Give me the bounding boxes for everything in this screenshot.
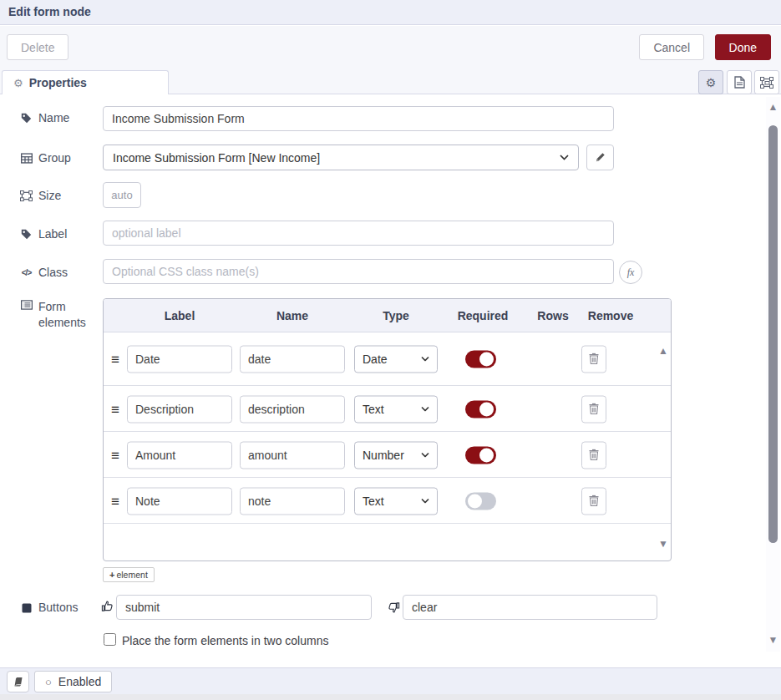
group-select[interactable]: Income Submission Form [New Income] [103,145,579,170]
element-name-input[interactable] [240,345,345,373]
required-toggle[interactable] [465,350,496,368]
required-toggle[interactable] [465,400,496,418]
drag-handle-icon[interactable]: ≡ [111,448,119,462]
column-header-required: Required [453,299,513,332]
column-header-rows: Rows [528,299,578,332]
two-columns-label[interactable]: Place the form elements in two columns [122,634,328,647]
chevron-down-icon [421,357,429,362]
table-scroll-up-icon[interactable]: ▲ [658,346,668,356]
main-scrollbar[interactable]: ▲ ▼ [766,97,780,652]
clear-button-label-input[interactable] [403,595,657,620]
column-header-type: Type [354,299,438,332]
buttons-field-label: Buttons [20,601,78,614]
size-field-label: Size [20,189,61,202]
element-label-input[interactable] [127,441,232,469]
class-field-label: </> Class [20,266,68,279]
delete-element-button[interactable] [581,345,606,373]
group-field-label: Group [20,151,71,165]
label-input[interactable] [103,221,614,246]
delete-button[interactable]: Delete [7,34,68,60]
chevron-down-icon [421,407,429,412]
thumbs-down-icon [388,601,401,615]
appearance-icon [760,77,773,89]
drag-handle-icon[interactable]: ≡ [111,402,119,416]
submit-button-label-input[interactable] [116,595,372,620]
add-element-button[interactable]: + element [103,567,155,582]
column-header-name: Name [240,299,345,332]
tab-properties-label: Properties [29,76,87,89]
two-columns-checkbox[interactable] [104,633,116,646]
square-icon [20,603,33,613]
drag-handle-icon[interactable]: ≡ [111,352,119,366]
form-elements-field-label: Form elements [20,299,92,331]
scroll-up-icon[interactable]: ▲ [766,102,780,112]
cancel-button[interactable]: Cancel [639,34,704,60]
element-name-input[interactable] [240,395,345,423]
gear-icon: ⚙ [706,76,717,89]
form-element-row: ≡ Text [104,387,671,432]
class-input[interactable] [103,259,614,284]
document-icon [734,76,745,89]
name-field-label: Name [20,111,69,124]
scrollbar-thumb[interactable] [768,125,778,543]
edit-form-node-dialog: Edit form node Delete Cancel Done ⚙ Prop… [0,0,781,700]
gear-icon: ⚙ [13,77,23,89]
label-field-label: Label [20,227,67,241]
trash-icon [589,353,599,365]
element-type-select[interactable]: Text [354,395,438,423]
list-alt-icon [20,300,33,310]
form-elements-table-body: ≡ Date ≡ Text [104,332,671,561]
column-header-remove: Remove [585,299,636,332]
table-icon [20,153,33,164]
column-header-label: Label [127,299,232,332]
name-input[interactable] [103,106,614,131]
book-icon [13,677,24,687]
dialog-toolbar: Delete Cancel Done [0,26,781,68]
element-label-input[interactable] [127,487,232,515]
element-type-select[interactable]: Text [354,487,438,515]
required-toggle[interactable] [465,492,496,510]
delete-element-button[interactable] [581,487,606,515]
delete-element-button[interactable] [581,395,606,423]
chevron-down-icon [421,453,429,458]
node-enabled-button[interactable]: ○ Enabled [34,671,112,692]
class-expression-button[interactable]: fx [619,261,642,284]
element-label-input[interactable] [127,395,232,423]
code-icon: </> [20,268,33,277]
required-toggle[interactable] [465,446,496,464]
element-name-input[interactable] [240,441,345,469]
appearance-tab-button[interactable] [754,70,779,94]
trash-icon [589,495,599,507]
element-label-input[interactable] [127,345,232,373]
node-help-button[interactable] [7,671,29,692]
description-tab-button[interactable] [727,70,752,94]
thumbs-up-icon [101,600,114,613]
tab-properties[interactable]: ⚙ Properties [2,70,169,94]
plus-icon: + [109,570,114,580]
properties-tab-button[interactable]: ⚙ [698,70,723,94]
dialog-footer: ○ Enabled [0,667,781,694]
delete-element-button[interactable] [581,441,606,469]
size-auto-button[interactable]: auto [103,182,141,208]
dialog-title: Edit form node [0,0,781,25]
scroll-down-icon[interactable]: ▼ [766,635,780,645]
form-elements-table-header: Label Name Type Required Rows Remove [104,299,671,332]
form-elements-table: Label Name Type Required Rows Remove ≡ D… [103,298,672,561]
done-button[interactable]: Done [715,34,771,60]
tag-icon [20,229,33,240]
element-name-input[interactable] [240,487,345,515]
chevron-down-icon [560,155,569,160]
drag-handle-icon[interactable]: ≡ [111,494,119,508]
form-element-row: ≡ Text [104,479,671,524]
pencil-icon [595,152,606,163]
element-type-select[interactable]: Number [354,441,438,469]
tag-icon [20,113,33,124]
chevron-down-icon [421,499,429,504]
edit-group-button[interactable] [586,145,614,170]
form-element-row: ≡ Date [104,332,671,386]
element-type-select[interactable]: Date [354,345,438,373]
tab-bar: ⚙ Properties ⚙ [0,68,781,94]
table-scroll-down-icon[interactable]: ▼ [658,539,668,549]
form-element-row: ≡ Number [104,433,671,478]
trash-icon [589,449,599,461]
